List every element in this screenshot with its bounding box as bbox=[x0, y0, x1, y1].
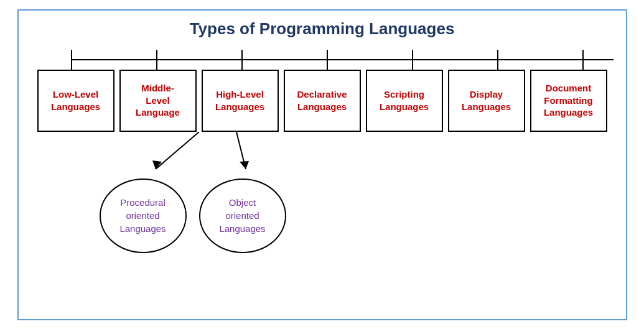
high-level-box: High-LevelLanguages bbox=[202, 70, 279, 132]
display-box: DisplayLanguages bbox=[448, 70, 525, 132]
diagram-title: Types of Programming Languages bbox=[25, 19, 620, 39]
diagram-container: Types of Programming Languages bbox=[17, 9, 627, 320]
document-formatting-box: DocumentFormattingLanguages bbox=[530, 70, 607, 132]
svg-line-15 bbox=[156, 132, 199, 169]
low-level-box: Low-LevelLanguages bbox=[37, 70, 114, 132]
procedural-circle: ProceduralorientedLanguages bbox=[100, 178, 187, 253]
scripting-box: ScriptingLanguages bbox=[366, 70, 443, 132]
object-oriented-circle: ObjectorientedLanguages bbox=[199, 178, 286, 253]
declarative-box: DeclarativeLanguages bbox=[284, 70, 361, 132]
circles-row: ProceduralorientedLanguages Objectorient… bbox=[37, 178, 607, 253]
arrows-svg bbox=[31, 132, 614, 178]
arrow-area bbox=[31, 132, 614, 178]
middle-level-box: Middle-LevelLanguage bbox=[119, 70, 197, 132]
connector-lines-svg bbox=[31, 50, 614, 70]
boxes-row: Low-LevelLanguages Middle-LevelLanguage … bbox=[37, 70, 607, 132]
svg-marker-18 bbox=[240, 161, 249, 169]
